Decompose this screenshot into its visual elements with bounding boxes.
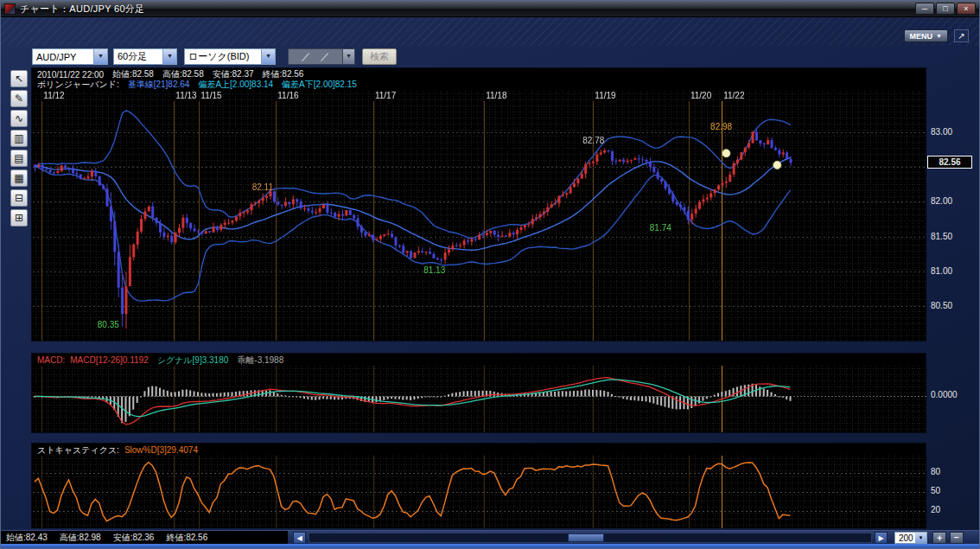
stoch-axis-label: 20 <box>931 505 940 514</box>
pointer-tool-button[interactable]: ↖ <box>10 70 28 87</box>
pair-select[interactable]: AUD/JPY ▼ <box>32 48 108 65</box>
macd-label: MACD: <box>37 355 65 365</box>
price-panel: 2010/11/22 22:00 始値:82.58 高値:82.58 安値:82… <box>32 68 926 341</box>
chart-type-select[interactable]: ローソク(BID) ▼ <box>184 48 276 65</box>
stochastics-label: ストキャスティクス: <box>37 444 119 456</box>
range-low: 安値:82.36 <box>113 532 155 544</box>
status-bar: 始値:82.43 高値:82.98 安値:82.36 終値:82.56 ◀ ▶ … <box>1 530 980 544</box>
timeframe-select[interactable]: 60分足 ▼ <box>113 48 177 65</box>
window-title: チャート：AUD/JPY 60分足 <box>20 3 144 16</box>
price-label: 83.00 <box>931 127 952 137</box>
taskbar-strip <box>1 544 980 549</box>
timeframe-select-value: 60分足 <box>114 50 162 63</box>
line-chart-tool-button[interactable]: ∿ <box>10 110 28 127</box>
price-label: 81.00 <box>931 266 952 276</box>
chevron-down-icon[interactable]: ▼ <box>162 49 176 64</box>
price-chart-canvas[interactable] <box>33 91 926 341</box>
current-price-marker: 82.56 <box>927 156 972 169</box>
stochastics-bar: ストキャスティクス: Slow%D[3]29.4074 <box>33 444 925 456</box>
price-label: 82.00 <box>931 196 952 206</box>
header-band <box>1 17 979 46</box>
macd-signal: シグナル[9]3.3180 <box>157 354 229 367</box>
scrollbar-thumb[interactable] <box>568 533 604 542</box>
print-tool-button[interactable]: ⊟ <box>10 189 28 207</box>
bollinger-label: ボリンジャーバンド: <box>37 79 119 91</box>
chart-type-select-value: ローソク(BID) <box>185 50 261 63</box>
price-label: 81.50 <box>931 232 952 241</box>
stoch-axis-label: 80 <box>931 467 940 476</box>
bollinger-basis: 基準線[21]82.64 <box>128 79 190 91</box>
chevron-down-icon[interactable]: ▼ <box>342 49 354 64</box>
chevron-down-icon[interactable]: ▼ <box>261 49 275 64</box>
sheet-tool-button[interactable]: ▤ <box>10 150 28 167</box>
layout-tool-button[interactable]: ⊞ <box>10 209 28 227</box>
range-close: 終値:82.56 <box>166 532 207 544</box>
range-high: 高値:82.98 <box>60 532 101 544</box>
macd-panel: MACD: MACD[12-26]0.1192 シグナル[9]3.3180 乖離… <box>32 354 926 432</box>
scroll-left-button[interactable]: ◀ <box>293 532 306 544</box>
stochastics-panel: ストキャスティクス: Slow%D[3]29.4074 <box>32 444 926 527</box>
zoom-in-button[interactable]: ＋ <box>932 532 946 544</box>
chevron-down-icon[interactable]: ▼ <box>93 49 107 64</box>
quote-datetime: 2010/11/22 22:00 <box>37 70 104 80</box>
macd-bar: MACD: MACD[12-26]0.1192 シグナル[9]3.3180 乖離… <box>33 354 925 366</box>
bollinger-lower: 偏差A下[2.00]82.15 <box>282 79 357 91</box>
date-input-value: ／ ／ <box>289 50 342 63</box>
stochastics-chart-canvas[interactable] <box>33 456 926 528</box>
app-icon <box>4 3 16 15</box>
candle-count-value: 200 <box>895 533 915 543</box>
candle-count-select[interactable]: 200 ▼ <box>894 532 927 544</box>
bollinger-bar: ボリンジャーバンド: 基準線[21]82.64 偏差A上[2.00]83.14 … <box>33 80 925 90</box>
macd-value: MACD[12-26]0.1192 <box>70 355 148 365</box>
macd-zero-label: 0.0000 <box>931 390 958 399</box>
stochastics-value: Slow%D[3]29.4074 <box>124 445 198 455</box>
bar-chart-tool-button[interactable]: ▥ <box>10 130 28 147</box>
scroll-right-button[interactable]: ▶ <box>875 532 888 544</box>
price-axis: 83.0082.0081.5081.0080.5082.560.00008050… <box>927 1 980 530</box>
bollinger-upper: 偏差A上[2.00]83.14 <box>198 79 273 91</box>
zoom-out-button[interactable]: − <box>950 532 964 544</box>
chart-scrollbar[interactable] <box>309 533 872 543</box>
macd-chart-canvas[interactable] <box>33 366 926 432</box>
tool-column: ↖✎∿▥▤▦⊟⊞ <box>10 70 29 227</box>
pair-select-value: AUD/JPY <box>33 52 93 62</box>
app-window: チャート：AUD/JPY 60分足 ─ □ × MENU ▼ ↗ AUD/JPY… <box>0 0 980 549</box>
macd-divergence: 乖離-3.1988 <box>237 354 283 367</box>
price-label: 80.50 <box>931 301 952 310</box>
stoch-axis-label: 50 <box>931 486 940 495</box>
grid-tool-button[interactable]: ▦ <box>10 169 28 187</box>
chevron-down-icon[interactable]: ▼ <box>915 533 926 543</box>
date-input[interactable]: ／ ／ ▼ <box>288 48 355 65</box>
titlebar: チャート：AUD/JPY 60分足 ─ □ × <box>1 1 979 17</box>
range-summary: 始値:82.43 高値:82.98 安値:82.36 終値:82.56 <box>1 531 288 545</box>
draw-tool-button[interactable]: ✎ <box>10 90 28 107</box>
range-open: 始値:82.43 <box>6 532 48 544</box>
search-button[interactable]: 検索 <box>362 48 397 65</box>
